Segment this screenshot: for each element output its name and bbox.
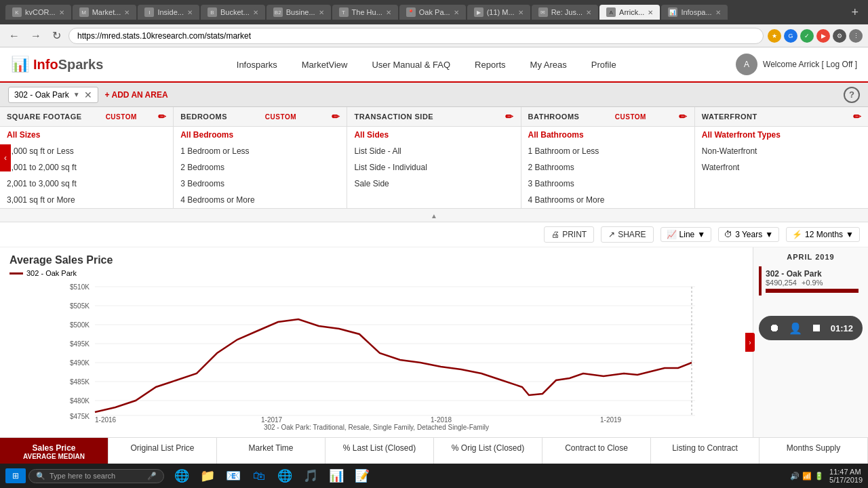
- tab-close-icon[interactable]: ✕: [454, 9, 459, 16]
- back-button[interactable]: ←: [5, 28, 23, 43]
- browser-tab-market[interactable]: MMarket...✕: [73, 5, 137, 20]
- filter-option-2[interactable]: 2 Bedrooms: [174, 159, 347, 176]
- area-dropdown-arrow[interactable]: ▼: [73, 91, 80, 98]
- tab-close-icon[interactable]: ✕: [59, 9, 64, 16]
- record-button[interactable]: ⏺: [768, 320, 781, 336]
- filter-option-all[interactable]: All Bathrooms: [521, 127, 694, 143]
- taskbar-app-explorer[interactable]: 📁: [195, 464, 220, 488]
- filter-option-wf[interactable]: Waterfront: [695, 159, 868, 176]
- bottom-tab-market_time[interactable]: Market Time: [217, 438, 326, 466]
- filter-sqft-edit-icon[interactable]: ✏: [158, 111, 167, 122]
- help-button[interactable]: ?: [844, 87, 860, 103]
- address-bar[interactable]: [68, 28, 764, 44]
- filter-option-all[interactable]: All Bedrooms: [174, 127, 347, 143]
- taskbar-app-edge[interactable]: 🌐: [170, 464, 194, 488]
- ext-icon-5[interactable]: ⚙: [833, 29, 846, 43]
- share-button[interactable]: ↗ SHARE: [601, 226, 653, 243]
- sidebar-toggle-button[interactable]: ›: [745, 333, 755, 352]
- windows-start-button[interactable]: ⊞: [5, 468, 26, 483]
- filter-option-2[interactable]: 2 Bathrooms: [521, 159, 694, 176]
- filter-option-3[interactable]: 3 Bathrooms: [521, 176, 694, 192]
- tab-close-icon[interactable]: ✕: [648, 9, 653, 16]
- taskbar-search[interactable]: 🔍 Type here to search 🎤: [28, 469, 164, 483]
- filter-option-1000less[interactable]: 1,000 sq ft or Less: [0, 143, 173, 159]
- filter-trans-edit-icon[interactable]: ✏: [505, 111, 514, 122]
- tab-close-icon[interactable]: ✕: [187, 9, 193, 16]
- tab-close-icon[interactable]: ✕: [253, 9, 258, 16]
- tab-close-icon[interactable]: ✕: [586, 9, 591, 16]
- stop-button[interactable]: ⏹: [810, 320, 823, 336]
- browser-tab-kvcor[interactable]: KkvCOR...✕: [5, 5, 71, 20]
- new-tab-button[interactable]: +: [847, 5, 863, 20]
- filter-option-1less[interactable]: 1 Bathroom or Less: [521, 143, 694, 159]
- ext-icon-1[interactable]: ★: [768, 29, 781, 43]
- browser-tab-11my[interactable]: ▶(11) M...✕: [467, 5, 530, 20]
- browser-tab-busine[interactable]: B2Busine...✕: [267, 5, 331, 20]
- profile-button[interactable]: 👤: [789, 320, 802, 336]
- bottom-tab-pct_last_list[interactable]: % Last List (Closed): [326, 438, 434, 466]
- filter-option-sale[interactable]: Sale Side: [347, 176, 520, 192]
- taskbar-app-word[interactable]: 📝: [350, 464, 374, 488]
- bottom-tab-listing_contract[interactable]: Listing to Contract: [651, 438, 760, 466]
- filter-option-all[interactable]: All Sizes: [0, 127, 173, 143]
- taskbar-app-spotify[interactable]: 🎵: [298, 464, 323, 488]
- bottom-tab-months_supply[interactable]: Months Supply: [760, 438, 868, 466]
- area-tag[interactable]: 302 - Oak Park ▼ ✕: [8, 87, 98, 103]
- filter-option-listall[interactable]: List Side - All: [347, 143, 520, 159]
- browser-tab-arrick[interactable]: AArrick...✕: [599, 5, 660, 20]
- tab-close-icon[interactable]: ✕: [124, 9, 130, 16]
- filter-wf-edit-icon[interactable]: ✏: [853, 111, 862, 122]
- filter-option-3001more[interactable]: 3,001 sq ft or More: [0, 192, 173, 208]
- forward-button[interactable]: →: [27, 28, 45, 43]
- nav-item-marketview[interactable]: MarketView: [290, 54, 360, 75]
- bottom-tab-pct_orig_list[interactable]: % Orig List (Closed): [434, 438, 542, 466]
- tab-close-icon[interactable]: ✕: [386, 9, 391, 16]
- bottom-tab-orig_list[interactable]: Original List Price: [108, 438, 217, 466]
- filter-collapse-button[interactable]: ▲: [0, 209, 868, 222]
- browser-tab-inside[interactable]: IInside...✕: [138, 5, 199, 20]
- filter-option-all[interactable]: All Sides: [347, 127, 520, 143]
- filter-option-3[interactable]: 3 Bedrooms: [174, 176, 347, 192]
- taskbar-app-mail[interactable]: 📧: [221, 464, 245, 488]
- chart-type-select[interactable]: 📈 Line ▼: [660, 227, 712, 242]
- ext-icon-4[interactable]: ▶: [816, 29, 830, 43]
- nav-item-profile[interactable]: Profile: [579, 54, 629, 75]
- ext-icon-6[interactable]: ⋮: [849, 29, 863, 43]
- reload-button[interactable]: ↻: [49, 28, 64, 43]
- add-area-button[interactable]: + ADD AN AREA: [105, 90, 168, 100]
- browser-tab-oakpa[interactable]: 📍Oak Pa...✕: [399, 5, 466, 20]
- nav-item-infosparks[interactable]: Infosparks: [224, 54, 290, 75]
- filter-left-arrow[interactable]: ‹: [0, 144, 11, 171]
- tab-close-icon[interactable]: ✕: [715, 9, 721, 16]
- tab-close-icon[interactable]: ✕: [319, 9, 324, 16]
- bottom-tab-sales_price[interactable]: Sales PriceAVERAGE MEDIAN: [0, 438, 108, 466]
- taskbar-app-store[interactable]: 🛍: [247, 464, 271, 488]
- area-remove-button[interactable]: ✕: [84, 89, 92, 100]
- filter-bed-edit-icon[interactable]: ✏: [332, 111, 340, 122]
- filter-option-4more[interactable]: 4 Bedrooms or More: [174, 192, 347, 208]
- filter-bath-edit-icon[interactable]: ✏: [679, 111, 688, 122]
- months-select[interactable]: ⚡ 12 Months ▼: [786, 227, 860, 242]
- nav-item-usermanual[interactable]: User Manual & FAQ: [359, 54, 462, 75]
- filter-option-all[interactable]: All Waterfront Types: [695, 127, 868, 143]
- browser-tab-bucket[interactable]: BBucket...✕: [201, 5, 265, 20]
- filter-option-1001to2000[interactable]: 1,001 to 2,000 sq ft: [0, 159, 173, 176]
- browser-tab-infos[interactable]: 📊Infospa...✕: [661, 5, 727, 20]
- browser-tab-rejus[interactable]: ✉Re: Jus...✕: [532, 5, 598, 20]
- ext-icon-2[interactable]: G: [784, 29, 797, 43]
- nav-item-myareas[interactable]: My Areas: [518, 54, 579, 75]
- filter-option-1less[interactable]: 1 Bedroom or Less: [174, 143, 347, 159]
- nav-item-reports[interactable]: Reports: [462, 54, 518, 75]
- taskbar-app-excel[interactable]: 📊: [324, 464, 349, 488]
- taskbar-app-chrome[interactable]: 🌐: [273, 464, 297, 488]
- filter-option-2001to3000[interactable]: 2,001 to 3,000 sq ft: [0, 176, 173, 192]
- browser-tab-thehu[interactable]: TThe Hu...✕: [332, 5, 398, 20]
- filter-option-non[interactable]: Non-Waterfront: [695, 143, 868, 159]
- ext-icon-3[interactable]: ✓: [800, 29, 814, 43]
- filter-option-listind[interactable]: List Side - Individual: [347, 159, 520, 176]
- tab-close-icon[interactable]: ✕: [518, 9, 524, 16]
- bottom-tab-contract_close[interactable]: Contract to Close: [542, 438, 651, 466]
- filter-option-4more[interactable]: 4 Bathrooms or More: [521, 192, 694, 208]
- years-select[interactable]: ⏱ 3 Years ▼: [718, 227, 779, 242]
- print-button[interactable]: 🖨 PRINT: [544, 226, 594, 243]
